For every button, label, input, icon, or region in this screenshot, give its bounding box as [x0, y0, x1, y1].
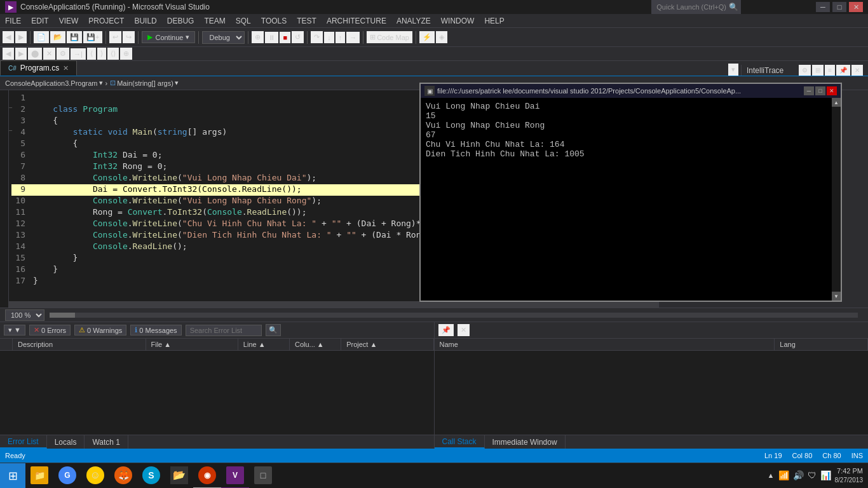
taskbar-vs[interactable]: V [221, 463, 249, 489]
attach-button[interactable]: ⊕ [252, 31, 264, 43]
warnings-filter-button[interactable]: ⚠ 0 Warnings [74, 325, 126, 336]
menu-debug[interactable]: DEBUG [162, 14, 200, 27]
restart-button[interactable]: ↺ [292, 31, 304, 43]
systray-bars-icon[interactable]: 📊 [820, 470, 831, 480]
dbg-nav2[interactable]: ⟩ [97, 48, 106, 60]
taskbar-smiley[interactable]: ☺ [81, 463, 109, 489]
taskbar-skype[interactable]: S [137, 463, 165, 489]
menu-view[interactable]: VIEW [54, 14, 84, 27]
error-search-button[interactable]: 🔍 [266, 324, 281, 336]
step-next-button[interactable]: → [346, 32, 360, 43]
breadcrumb-method[interactable]: ⊡ Main(string[] args) ▾ [110, 79, 179, 87]
prev-diag-button[interactable]: ◀ [3, 48, 14, 60]
systray-network-icon[interactable]: 📶 [778, 470, 789, 480]
console-close-button[interactable]: ✕ [827, 86, 837, 95]
cs-close-button[interactable]: ✕ [458, 324, 470, 336]
debug-dropdown[interactable]: Debug [202, 31, 245, 44]
tab-locals[interactable]: Locals [47, 435, 85, 449]
col-file[interactable]: File ▲ [146, 339, 238, 350]
tab-watch1[interactable]: Watch 1 [85, 435, 128, 449]
intellitrace-list-button[interactable]: ≡ [825, 65, 835, 76]
menu-project[interactable]: PROJECT [83, 14, 129, 27]
intellitrace-pin-button[interactable]: 📌 [836, 65, 850, 76]
step-over-button[interactable]: ↷ [311, 31, 323, 43]
col-project[interactable]: Project ▲ [341, 339, 433, 350]
console-scroll-up[interactable]: ▲ [832, 98, 841, 107]
new-file-button[interactable]: 📄 [34, 31, 49, 43]
taskbar-app2[interactable]: □ [249, 463, 277, 489]
tab-immediate-window[interactable]: Immediate Window [485, 435, 566, 449]
intellitrace-grid-button[interactable]: ⊞ [812, 65, 824, 76]
start-button[interactable]: ⊞ [0, 463, 25, 489]
undo-button[interactable]: ↩ [109, 31, 121, 43]
diag1-button[interactable]: ◈ [436, 31, 447, 43]
error-search-input[interactable] [186, 325, 262, 336]
breadcrumb-namespace[interactable]: ConsoleApplication3.Program ▾ [5, 79, 103, 87]
col-cs-name[interactable]: Name [435, 339, 775, 350]
menu-file[interactable]: FILE [0, 14, 26, 27]
cond-bp-button[interactable]: ⚙ [57, 48, 69, 60]
taskbar-firefox[interactable]: 🦊 [109, 463, 137, 489]
save-button[interactable]: 💾 [67, 31, 82, 43]
save-all-button[interactable]: 💾+ [83, 31, 102, 43]
editor-hscrollbar2[interactable] [50, 313, 858, 318]
bp-button[interactable]: ⬤ [28, 48, 42, 60]
pause-button[interactable]: ⏸ [265, 32, 278, 43]
open-button[interactable]: 📂 [50, 31, 65, 43]
time-display[interactable]: 7:42 PM 8/27/2013 [835, 466, 864, 485]
console-window[interactable]: ▣ file:///c:/users/patrick lee/documents… [419, 83, 842, 302]
col-col[interactable]: Colu... ▲ [290, 339, 341, 350]
menu-build[interactable]: BUILD [129, 14, 161, 27]
intellitrace-close-button[interactable]: ✕ [851, 65, 863, 76]
taskbar-folder[interactable]: 📂 [165, 463, 193, 489]
col-cs-lang[interactable]: Lang [775, 339, 868, 350]
messages-filter-button[interactable]: ℹ 0 Messages [130, 325, 181, 336]
tab-program-cs[interactable]: C# Program.cs ✕ [0, 60, 77, 76]
menu-help[interactable]: HELP [479, 14, 509, 27]
filter-button[interactable]: ▾ ▼ [4, 325, 25, 336]
tab-list-button[interactable]: ▾ [728, 64, 738, 76]
tab-close-button[interactable]: ✕ [63, 64, 69, 72]
menu-window[interactable]: WINDOW [436, 14, 480, 27]
perf-button[interactable]: ⚡ [419, 31, 435, 43]
menu-architecture[interactable]: ARCHITECTURE [322, 14, 391, 27]
run-to-cursor[interactable]: →| [71, 48, 86, 60]
systray-security-icon[interactable]: 🛡 [808, 470, 817, 480]
dbg-nav4[interactable]: ⊕ [120, 48, 132, 60]
systray-arrow[interactable]: ▲ [768, 471, 775, 479]
dbg-nav3[interactable]: ⟨⟩ [107, 48, 119, 60]
step-into-button[interactable]: ↓ [324, 32, 334, 43]
console-maximize-button[interactable]: □ [815, 86, 825, 95]
stop-button[interactable]: ■ [280, 32, 290, 43]
console-minimize-button[interactable]: ─ [804, 86, 814, 95]
console-scroll-down[interactable]: ▼ [832, 292, 841, 301]
maximize-button[interactable]: □ [832, 2, 846, 12]
collapse-marker-class[interactable]: − [9, 104, 13, 111]
col-description[interactable]: Description [13, 339, 146, 350]
continue-button[interactable]: ▶ Continue ▾ [142, 31, 195, 43]
back-button[interactable]: ◀ [3, 31, 14, 43]
menu-tools[interactable]: TOOLS [256, 14, 292, 27]
menu-team[interactable]: TEAM [199, 14, 230, 27]
minimize-button[interactable]: ─ [816, 2, 830, 12]
menu-test[interactable]: TEST [292, 14, 322, 27]
taskbar-chrome1[interactable]: G [53, 463, 81, 489]
step-out-button[interactable]: ↑ [336, 32, 346, 43]
menu-edit[interactable]: EDIT [26, 14, 53, 27]
menu-analyze[interactable]: ANALYZE [391, 14, 436, 27]
forward-button[interactable]: ▶ [15, 31, 27, 43]
tab-call-stack[interactable]: Call Stack [435, 435, 485, 449]
collapse-marker-method[interactable]: − [9, 127, 13, 134]
zoom-level-select[interactable]: 100 % [5, 309, 44, 321]
dbg-nav1[interactable]: ⟨ [87, 48, 96, 60]
del-bp-button[interactable]: ✕ [43, 48, 55, 60]
console-scrollbar[interactable]: ▲ ▼ [832, 98, 841, 301]
code-map-button[interactable]: ⊞ Code Map [367, 31, 412, 43]
errors-filter-button[interactable]: ✕ 0 Errors [29, 325, 71, 336]
intellitrace-settings-button[interactable]: ⚙ [799, 65, 811, 76]
close-button[interactable]: ✕ [849, 2, 863, 12]
tab-error-list[interactable]: Error List [0, 435, 47, 449]
col-line[interactable]: Line ▲ [238, 339, 290, 350]
menu-sql[interactable]: SQL [231, 14, 256, 27]
next-diag-button[interactable]: ▶ [15, 48, 27, 60]
